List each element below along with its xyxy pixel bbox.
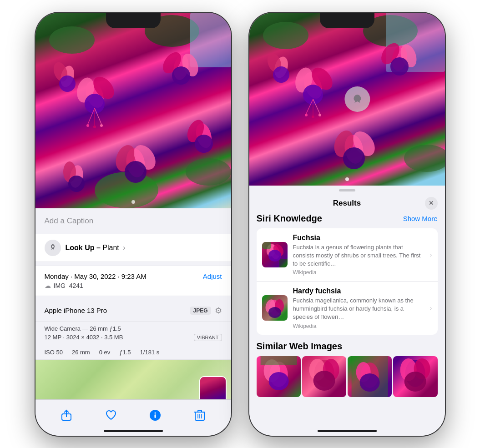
filename-text: IMG_4241 xyxy=(54,282,83,289)
results-header: Results ✕ xyxy=(249,191,445,213)
lookup-label: Look Up – Plant › xyxy=(66,244,126,252)
photo-dot-indicator xyxy=(131,200,135,204)
caption-placeholder[interactable]: Add a Caption xyxy=(45,216,94,225)
caption-area[interactable]: Add a Caption xyxy=(35,208,231,234)
share-icon xyxy=(61,409,72,421)
map-area[interactable] xyxy=(35,360,231,399)
settings-icon[interactable]: ⚙ xyxy=(215,306,222,316)
svg-rect-4 xyxy=(190,13,231,67)
svg-point-67 xyxy=(305,114,308,116)
camera-model: Apple iPhone 13 Pro xyxy=(45,307,107,314)
visual-look-icon xyxy=(48,243,57,252)
siri-knowledge-title: Siri Knowledge xyxy=(257,213,322,224)
resolution-spec: 12 MP · 3024 × 4032 · 3.5 MB xyxy=(45,334,123,341)
fuchsia-text: Fuchsia Fuchsia is a genus of flowering … xyxy=(293,234,424,276)
cloud-icon: ☁ xyxy=(45,282,51,289)
wide-camera-spec: Wide Camera — 26 mm ƒ1.5 xyxy=(45,325,121,332)
meta-filename: ☁ IMG_4241 xyxy=(45,282,222,289)
results-panel: Results ✕ Siri Knowledge Show More xyxy=(249,186,445,436)
similar-image-2[interactable] xyxy=(302,356,346,397)
svg-rect-37 xyxy=(155,414,156,418)
camera-section: Apple iPhone 13 Pro JPEG ⚙ Wide Camera —… xyxy=(35,300,231,360)
similar-image-3[interactable] xyxy=(348,356,392,397)
fuchsia-source: Wikipedia xyxy=(293,269,424,276)
similar-image-4[interactable] xyxy=(393,356,437,397)
home-indicator-right xyxy=(318,430,377,432)
meta-date: Monday · May 30, 2022 · 9:23 AM xyxy=(45,272,147,280)
hardy-text: Hardy fuchsia Fuchsia magellanica, commo… xyxy=(293,287,424,329)
meta-section: Monday · May 30, 2022 · 9:23 AM Adjust ☁… xyxy=(35,266,231,296)
svg-point-96 xyxy=(404,372,426,392)
svg-point-63 xyxy=(273,66,289,83)
home-indicator xyxy=(104,430,163,432)
thumb-image xyxy=(200,377,226,399)
right-screen: Results ✕ Siri Knowledge Show More xyxy=(249,13,445,436)
svg-rect-74 xyxy=(262,242,271,249)
info-icon: ✦ xyxy=(149,409,162,422)
svg-point-45 xyxy=(263,22,308,49)
shutter-value: 1/181 s xyxy=(140,349,160,356)
hardy-thumbnail xyxy=(262,295,288,321)
ev-value: 0 ev xyxy=(99,349,111,356)
knowledge-card: Fuchsia Fuchsia is a genus of flowering … xyxy=(257,228,438,335)
knowledge-item-hardy[interactable]: Hardy fuchsia Fuchsia magellanica, commo… xyxy=(257,282,438,335)
photo-area-left[interactable] xyxy=(35,13,231,208)
camera-specs-row: Wide Camera — 26 mm ƒ1.5 12 MP · 3024 × … xyxy=(35,322,231,345)
hardy-thumb-image xyxy=(262,295,288,321)
share-button[interactable] xyxy=(56,405,76,425)
chevron-icon-hardy: › xyxy=(430,304,432,312)
notch xyxy=(106,13,161,28)
flower-photo-left xyxy=(35,13,231,208)
aperture-value: ƒ1.5 xyxy=(119,349,131,356)
heart-icon xyxy=(105,409,117,421)
svg-point-80 xyxy=(268,307,281,318)
hardy-source: Wikipedia xyxy=(293,323,424,329)
lookup-icon xyxy=(45,240,61,256)
fuchsia-thumbnail xyxy=(262,242,288,267)
lookup-row[interactable]: Look Up – Plant › xyxy=(35,234,231,262)
camera-badges: JPEG ⚙ xyxy=(190,306,222,316)
knowledge-item-fuchsia[interactable]: Fuchsia Fuchsia is a genus of flowering … xyxy=(257,228,438,282)
photo-thumbnail-map xyxy=(199,376,227,399)
notch-right xyxy=(320,13,374,28)
left-phone: Add a Caption Look Up – Plant › xyxy=(35,13,231,436)
svg-point-16 xyxy=(125,161,147,183)
similar-images-title: Similar Web Images xyxy=(257,341,438,352)
fuchsia-description: Fuchsia is a genus of flowering plants t… xyxy=(293,243,424,268)
dot-indicator-right xyxy=(345,177,349,181)
svg-rect-75 xyxy=(279,259,288,267)
svg-point-3 xyxy=(186,158,231,186)
photo-area-right[interactable] xyxy=(249,13,445,186)
info-button[interactable]: ✦ xyxy=(145,405,165,425)
similar-images-grid xyxy=(257,356,438,397)
svg-point-69 xyxy=(318,114,321,116)
svg-point-12 xyxy=(172,66,190,85)
favorite-button[interactable] xyxy=(101,405,121,425)
svg-point-22 xyxy=(195,135,213,153)
svg-point-0 xyxy=(49,26,95,54)
svg-point-60 xyxy=(343,147,365,169)
svg-point-29 xyxy=(86,124,89,127)
hardy-name: Hardy fuchsia xyxy=(293,287,424,295)
camera-model-row: Apple iPhone 13 Pro JPEG ⚙ xyxy=(35,300,231,322)
similar-web-images-section: Similar Web Images xyxy=(257,341,438,397)
svg-point-30 xyxy=(93,126,96,128)
svg-rect-41 xyxy=(198,410,202,412)
info-panel: Add a Caption Look Up – Plant › xyxy=(35,208,231,399)
adjust-button[interactable]: Adjust xyxy=(203,272,222,280)
show-more-button[interactable]: Show More xyxy=(403,215,438,222)
close-button[interactable]: ✕ xyxy=(425,197,438,210)
left-screen: Add a Caption Look Up – Plant › xyxy=(35,13,231,436)
visual-lookup-button[interactable] xyxy=(344,86,370,112)
leaf-icon xyxy=(351,93,364,106)
delete-button[interactable] xyxy=(190,405,210,425)
similar-image-1[interactable] xyxy=(257,356,301,397)
exif-row: ISO 50 26 mm 0 ev ƒ1.5 1/181 s xyxy=(35,345,231,360)
svg-point-73 xyxy=(268,250,281,262)
vibrant-badge: VIBRANT xyxy=(194,334,222,341)
hardy-description: Fuchsia magellanica, commonly known as t… xyxy=(293,297,424,322)
svg-point-92 xyxy=(360,373,380,392)
svg-point-88 xyxy=(313,371,335,391)
svg-point-56 xyxy=(390,57,409,76)
chevron-icon-fuchsia: › xyxy=(430,251,432,258)
